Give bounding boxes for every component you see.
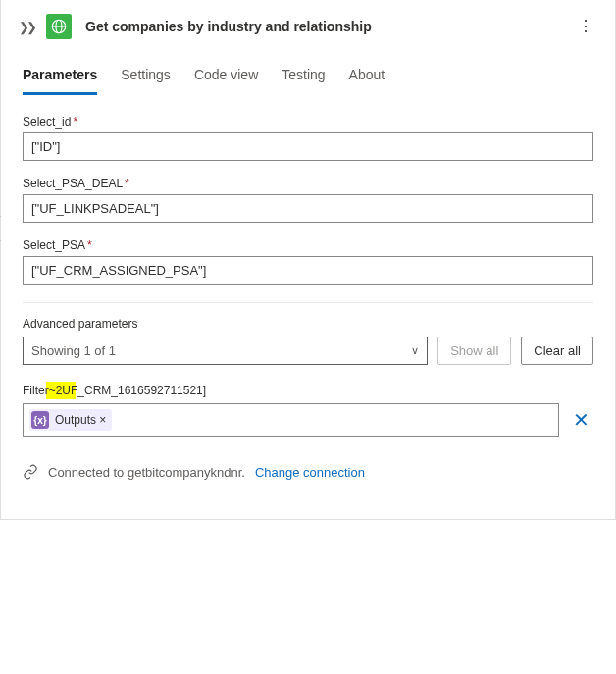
show-all-button: Show all [437, 337, 511, 365]
tab-about[interactable]: About [349, 67, 385, 94]
filter-label: Filter~2UF_CRM_1616592711521] [23, 384, 206, 397]
field-select-psa-deal: Select_PSA_DEAL* [23, 177, 593, 223]
parameters-body: Select_id* Select_PSA_DEAL* Select_PSA* … [1, 95, 615, 437]
filter-input[interactable]: {x} Outputs × [23, 403, 559, 437]
ruler-tick [0, 216, 1, 217]
tab-code-view[interactable]: Code view [194, 67, 258, 94]
collapse-chevrons-icon[interactable]: ❯❯ [19, 20, 34, 34]
label-text: Select_PSA_DEAL [23, 177, 123, 190]
more-menu-icon[interactable]: ⋮ [574, 22, 597, 31]
advanced-heading: Advanced parameters [23, 317, 593, 331]
clear-all-button[interactable]: Clear all [521, 337, 593, 365]
tab-settings[interactable]: Settings [121, 67, 171, 94]
filter-label-text: Filter~2UF_CRM_1616592711521] [23, 384, 206, 397]
required-asterisk: * [73, 115, 77, 129]
connection-status: Connected to getbitcompanykndnr. [48, 465, 245, 480]
field-label: Select_id* [23, 115, 593, 129]
clear-field-icon[interactable]: ✕ [569, 410, 593, 430]
action-panel: ❯❯ Get companies by industry and relatio… [0, 0, 616, 520]
select-psa-deal-input[interactable] [23, 194, 593, 223]
panel-header: ❯❯ Get companies by industry and relatio… [1, 0, 615, 49]
field-label: Select_PSA_DEAL* [23, 177, 593, 190]
select-psa-input[interactable] [23, 256, 593, 285]
ruler-tick [0, 240, 1, 241]
field-select-psa: Select_PSA* [23, 238, 593, 285]
connection-row: Connected to getbitcompanykndnr. Change … [1, 437, 615, 480]
select-id-input[interactable] [23, 132, 593, 161]
change-connection-link[interactable]: Change connection [255, 465, 365, 480]
advanced-row: Showing 1 of 1 ∨ Show all Clear all [23, 337, 593, 365]
field-select-id: Select_id* [23, 115, 593, 161]
field-label: Select_PSA* [23, 238, 593, 252]
token-icon: {x} [31, 411, 49, 429]
dynamic-content-token[interactable]: {x} Outputs × [29, 409, 112, 431]
link-icon [23, 464, 38, 480]
token-label: Outputs × [55, 413, 106, 427]
tab-parameters[interactable]: Parameters [23, 67, 97, 95]
label-text: Select_PSA [23, 238, 85, 252]
divider [23, 302, 593, 303]
chevron-down-icon: ∨ [411, 344, 419, 357]
tab-bar: Parameters Settings Code view Testing Ab… [1, 49, 615, 95]
required-asterisk: * [87, 238, 92, 252]
action-title: Get companies by industry and relationsh… [85, 19, 574, 34]
label-text: Select_id [23, 115, 71, 129]
advanced-dropdown[interactable]: Showing 1 of 1 ∨ [23, 337, 428, 365]
tab-testing[interactable]: Testing [282, 67, 325, 94]
dropdown-value: Showing 1 of 1 [31, 343, 116, 358]
connector-icon [46, 14, 72, 39]
filter-input-row: {x} Outputs × ✕ [23, 403, 593, 437]
required-asterisk: * [125, 177, 129, 190]
